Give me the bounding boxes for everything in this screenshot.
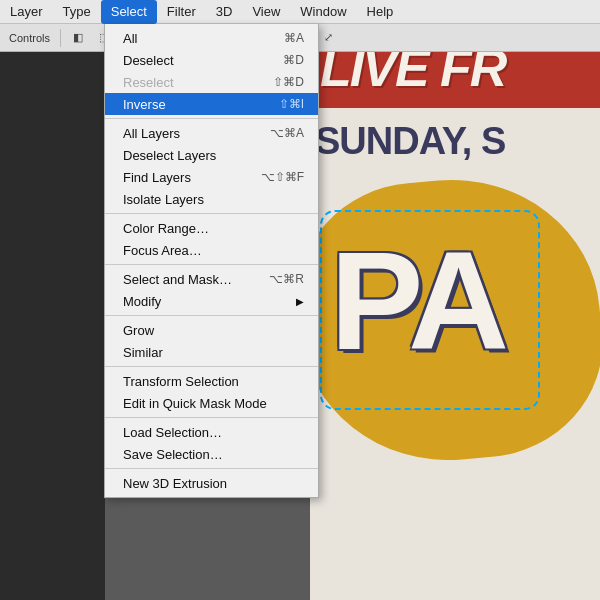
menu-item-quick-mask[interactable]: Edit in Quick Mask Mode	[105, 392, 318, 414]
menu-item-window[interactable]: Window	[290, 0, 356, 24]
separator-sep5	[105, 366, 318, 367]
poster-area: LIVE FR SUNDAY, S PA	[310, 0, 600, 600]
menu-item-filter[interactable]: Filter	[157, 0, 206, 24]
menu-item-help[interactable]: Help	[357, 0, 404, 24]
controls-label: Controls	[5, 32, 54, 44]
menu-item-save-selection[interactable]: Save Selection…	[105, 443, 318, 465]
toolbar-btn-1[interactable]: ◧	[67, 28, 89, 48]
menu-item-layer[interactable]: Layer	[0, 0, 53, 24]
poster-pa-text: PA	[330, 220, 504, 382]
menu-item-focus-area[interactable]: Focus Area…	[105, 239, 318, 261]
menu-item-similar[interactable]: Similar	[105, 341, 318, 363]
menu-item-deselect[interactable]: Deselect⌘D	[105, 49, 318, 71]
menu-item-type[interactable]: Type	[53, 0, 101, 24]
left-panel	[0, 52, 105, 600]
separator-sep4	[105, 315, 318, 316]
menu-item-3d[interactable]: 3D	[206, 0, 243, 24]
menu-bar: Layer Type Select Filter 3D View Window …	[0, 0, 600, 24]
menu-item-inverse[interactable]: Inverse⇧⌘I	[105, 93, 318, 115]
menu-item-reselect: Reselect⇧⌘D	[105, 71, 318, 93]
menu-item-modify[interactable]: Modify▶	[105, 290, 318, 312]
menu-item-select[interactable]: Select	[101, 0, 157, 24]
separator-sep2	[105, 213, 318, 214]
menu-item-find-layers[interactable]: Find Layers⌥⇧⌘F	[105, 166, 318, 188]
menu-item-new-3d[interactable]: New 3D Extrusion	[105, 472, 318, 494]
menu-item-all[interactable]: All⌘A	[105, 27, 318, 49]
menu-item-grow[interactable]: Grow	[105, 319, 318, 341]
menu-item-isolate-layers[interactable]: Isolate Layers	[105, 188, 318, 210]
menu-item-deselect-layers[interactable]: Deselect Layers	[105, 144, 318, 166]
separator-sep1	[105, 118, 318, 119]
3d-slide-btn[interactable]: ⤢	[318, 28, 340, 48]
toolbar-sep-1	[60, 29, 61, 47]
menu-item-view[interactable]: View	[242, 0, 290, 24]
separator-sep7	[105, 468, 318, 469]
menu-item-color-range[interactable]: Color Range…	[105, 217, 318, 239]
separator-sep3	[105, 264, 318, 265]
separator-sep6	[105, 417, 318, 418]
menu-item-load-selection[interactable]: Load Selection…	[105, 421, 318, 443]
menu-item-transform-selection[interactable]: Transform Selection	[105, 370, 318, 392]
menu-item-select-and-mask[interactable]: Select and Mask…⌥⌘R	[105, 268, 318, 290]
menu-item-all-layers[interactable]: All Layers⌥⌘A	[105, 122, 318, 144]
poster-sunday-text: SUNDAY, S	[315, 120, 505, 163]
select-dropdown-menu: All⌘ADeselect⌘DReselect⇧⌘DInverse⇧⌘IAll …	[104, 24, 319, 498]
